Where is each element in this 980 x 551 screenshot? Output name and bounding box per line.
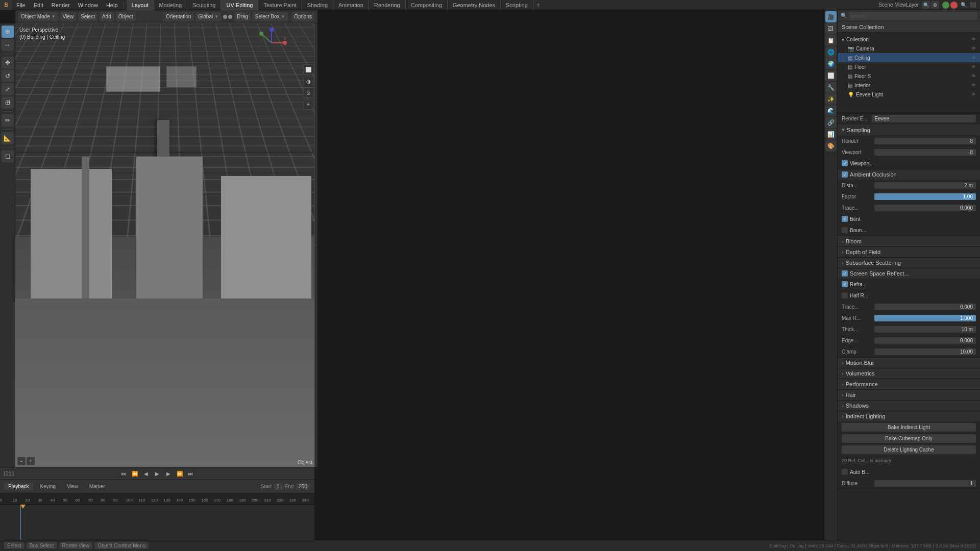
viewport-shading-material[interactable]: ◑ (303, 76, 313, 86)
prop-tab-material[interactable]: 🎨 (825, 140, 837, 152)
select-box-btn[interactable]: Select Box ▼ (253, 12, 288, 21)
play-btn[interactable]: ▶ (152, 469, 162, 479)
prop-tab-modifier[interactable]: 🔧 (825, 82, 837, 93)
search-btn[interactable]: ⬛ (970, 2, 976, 8)
ao-factor-value[interactable]: 1.00 (874, 193, 976, 200)
object-menu-btn[interactable]: Object (116, 12, 136, 21)
auto-bake-checkbox[interactable] (842, 469, 848, 475)
sampling-render-value[interactable]: 8 (874, 138, 976, 144)
tab-shading[interactable]: Shading (302, 0, 333, 10)
ssr-header[interactable]: ✓ Screen Space Reflect... (838, 268, 980, 279)
ssr-checkbox[interactable]: ✓ (842, 270, 848, 277)
outliner-vis-toggle-4[interactable]: 👁 (971, 64, 976, 69)
jump-to-end-btn[interactable]: ⏭ (186, 469, 196, 479)
tool-add[interactable]: ◻ (2, 150, 14, 162)
topright-btn-2[interactable]: ⚙ (931, 1, 939, 9)
outliner-item-collection[interactable]: ▾ Collection 👁 (838, 35, 980, 44)
jump-to-start-btn[interactable]: ⏮ (118, 469, 129, 479)
outliner-item-floor[interactable]: ▤ Floor 👁 (838, 62, 980, 71)
ao-header[interactable]: ✓ Ambient Occlusion (838, 169, 980, 180)
hair-header[interactable]: › Hair (838, 390, 980, 400)
view-menu-btn[interactable]: View (60, 12, 77, 21)
prop-tab-object[interactable]: ⬜ (825, 70, 837, 81)
ao-bounces-checkbox[interactable] (842, 227, 848, 233)
timeline-tracks[interactable] (0, 505, 314, 540)
volumetrics-header[interactable]: › Volumetrics (838, 368, 980, 379)
timeline-tab-view[interactable]: View (63, 483, 82, 490)
outliner-vis-toggle-3[interactable]: 👁 (971, 55, 976, 60)
ao-checkbox[interactable]: ✓ (842, 171, 848, 178)
object-mode-dropdown[interactable]: Object Mode ▼ (18, 12, 58, 21)
menu-render[interactable]: Render (47, 0, 74, 10)
ssr-halfres-checkbox[interactable] (842, 292, 848, 298)
ao-distance-value[interactable]: 2 m (874, 182, 976, 189)
outliner-item-interior[interactable]: ▤ Interior 👁 (838, 81, 980, 90)
outliner-item-light[interactable]: 💡 Eevee Light 👁 (838, 90, 980, 99)
outliner-vis-toggle-1[interactable]: 👁 (971, 37, 976, 42)
prop-tab-view-layer[interactable]: 📋 (825, 35, 837, 46)
ao-trace-value[interactable]: 0.000 (874, 205, 976, 211)
outliner-item-floors[interactable]: ▤ Floor S 👁 (838, 71, 980, 81)
outliner-vis-toggle-2[interactable]: 👁 (971, 46, 976, 51)
tab-geometry-nodes[interactable]: Geometry Nodes (448, 0, 501, 10)
ssr-maxr-value[interactable]: 1.000 (874, 315, 976, 321)
tool-scale[interactable]: ⤢ (2, 83, 14, 95)
menu-file[interactable]: File (12, 0, 30, 10)
outliner-vis-toggle-6[interactable]: 👁 (971, 83, 976, 88)
outliner-vis-toggle-7[interactable]: 👁 (971, 92, 976, 97)
n-panel-edge[interactable]: ‹ (314, 23, 317, 467)
transform-pivot[interactable]: Global ▼ (195, 12, 221, 21)
tool-transform[interactable]: ⊞ (2, 96, 14, 109)
viewport-zoom-out[interactable]: − (17, 457, 26, 465)
motionblur-header[interactable]: › Motion Blur (838, 358, 980, 368)
topright-btn-1[interactable]: 🔍 (922, 1, 930, 9)
outliner-vis-toggle-5[interactable]: 👁 (971, 73, 976, 79)
drag-btn[interactable]: Drag (234, 12, 251, 21)
ssr-clamp-value[interactable]: 10.00 (874, 348, 976, 355)
outliner-item-ceiling[interactable]: ▤ Ceiling 👁 (838, 53, 980, 62)
tab-add-button[interactable]: + (533, 1, 544, 9)
tool-move[interactable]: ✥ (2, 57, 14, 69)
performance-header[interactable]: › Performance (838, 379, 980, 389)
n-panel-toggle[interactable]: 🔍 (961, 2, 967, 8)
tab-layout[interactable]: Layout (127, 0, 154, 10)
select-menu-btn[interactable]: Select (78, 12, 97, 21)
prop-tab-constraints[interactable]: 🔗 (825, 117, 837, 128)
timeline-ruler[interactable]: 0102030405060708090100110120130140150160… (0, 493, 314, 505)
tab-modeling[interactable]: Modeling (154, 0, 188, 10)
dof-header[interactable]: › Depth of Field (838, 247, 980, 257)
menu-help[interactable]: Help (102, 0, 122, 10)
end-frame-input[interactable]: 250 (296, 483, 310, 490)
timeline-tab-marker[interactable]: Marker (85, 483, 109, 490)
tool-annotate[interactable]: ✏ (2, 114, 14, 127)
viewport-zoom-in[interactable]: + (27, 457, 35, 465)
tab-rendering[interactable]: Rendering (369, 0, 406, 10)
timeline-tab-playback[interactable]: Playback (4, 483, 33, 490)
viewport-orientation-gizmo[interactable]: X Y Z (256, 28, 287, 58)
timeline-tab-keying[interactable]: Keying (36, 483, 60, 490)
step-forward-btn[interactable]: ▶ (163, 469, 174, 479)
sampling-header[interactable]: ▾ Sampling (838, 124, 980, 135)
shadows-header[interactable]: › Shadows (838, 400, 980, 411)
status-box-select-btn[interactable]: Box Select (27, 542, 57, 549)
3d-viewport[interactable]: User Perspective (0) Building | Ceiling … (15, 23, 317, 467)
delete-lighting-btn[interactable]: Delete Lighting Cache (842, 445, 976, 454)
prop-tab-data[interactable]: 📊 (825, 129, 837, 140)
tool-select[interactable]: ↔ (2, 39, 14, 51)
prop-tab-render[interactable]: 🎥 (825, 11, 837, 22)
tool-cursor[interactable]: ⊕ (2, 26, 14, 38)
indirect-lighting-header[interactable]: › Indirect Lighting (838, 411, 980, 421)
prop-tab-output[interactable]: 🖼 (825, 23, 837, 34)
status-object-context-btn[interactable]: Object Context Menu (94, 542, 149, 549)
tool-measure[interactable]: 📐 (2, 132, 14, 144)
status-rotate-btn[interactable]: Rotate View (59, 542, 93, 549)
ssr-thick-value[interactable]: 10 m (874, 326, 976, 333)
menu-edit[interactable]: Edit (30, 0, 47, 10)
sss-header[interactable]: › Subsurface Scattering (838, 258, 980, 268)
bake-cubemap-btn[interactable]: Bake Cubemap Only (842, 434, 976, 443)
tab-texture-paint[interactable]: Texture Paint (258, 0, 302, 10)
orientation-dropdown[interactable]: Orientation (163, 12, 193, 21)
properties-search[interactable]: Search (849, 12, 977, 20)
prop-tab-particles[interactable]: ✨ (825, 93, 837, 105)
sampling-viewport-value[interactable]: 8 (874, 149, 976, 156)
